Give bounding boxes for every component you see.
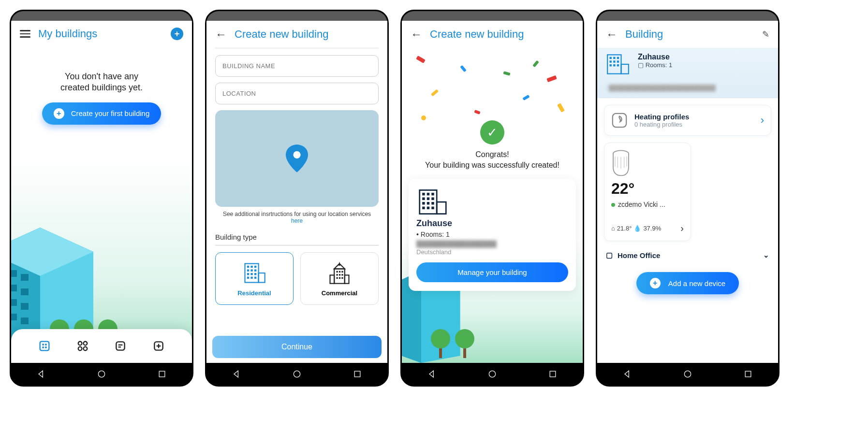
svg-rect-43 [250, 273, 252, 275]
svg-rect-67 [427, 193, 429, 195]
status-bar [11, 11, 192, 21]
svg-rect-12 [21, 303, 29, 310]
add-device-label: Add a new device [668, 279, 725, 288]
congrats-subtitle: Your building was successfully created! [402, 160, 583, 171]
nav-recent-icon[interactable] [548, 369, 558, 379]
building-rooms: ▢ Rooms: 1 [638, 61, 672, 69]
svg-point-24 [83, 347, 87, 351]
create-first-building-label: Create your first building [71, 109, 150, 117]
residential-icon [242, 260, 267, 286]
heating-profiles-count: 0 heating profiles [634, 121, 689, 128]
svg-rect-19 [43, 346, 44, 348]
nav-back-icon[interactable] [36, 369, 46, 379]
plus-icon: + [650, 278, 661, 288]
menu-icon[interactable] [20, 30, 30, 38]
nav-recent-icon[interactable] [353, 369, 362, 379]
tab-list-icon[interactable] [112, 338, 129, 354]
page-title: Building [625, 28, 754, 41]
nav-back-icon[interactable] [232, 369, 241, 379]
svg-rect-25 [117, 342, 125, 350]
android-nav-bar [402, 363, 583, 385]
location-input[interactable] [215, 83, 379, 104]
svg-point-100 [684, 371, 691, 377]
phone-4: ← Building ✎ Zuhause ▢ Rooms: 1 ◦ ██████… [596, 10, 780, 387]
back-button[interactable]: ← [606, 28, 618, 41]
app-header: ← Building ✎ [597, 21, 778, 48]
building-country: Deutschland [416, 248, 568, 256]
nav-home-icon[interactable] [97, 369, 106, 379]
screen-building-created: ← Create new building ✓ Congrats! Your b… [402, 21, 583, 363]
back-button[interactable]: ← [411, 28, 422, 41]
svg-rect-101 [745, 371, 751, 377]
svg-rect-56 [337, 274, 338, 275]
building-card: Zuhause • Rooms: 1 ██████████████████ De… [409, 179, 576, 291]
svg-rect-69 [422, 198, 425, 200]
building-name: Zuhause [638, 53, 672, 61]
svg-rect-65 [437, 202, 446, 214]
thermostat-icon [611, 150, 631, 177]
svg-rect-39 [247, 269, 249, 271]
add-building-button[interactable]: + [171, 28, 183, 40]
home-stat-icon: ⌂ [611, 225, 615, 232]
svg-rect-60 [339, 277, 340, 279]
location-hint: See additional insrtructions for using o… [215, 211, 379, 224]
hint-text: See additional insrtructions for using o… [223, 211, 371, 217]
back-button[interactable]: ← [215, 28, 227, 41]
device-card[interactable]: 22° zcdemo Vicki ... ⌂21.8° 💧37.9% › [604, 143, 691, 241]
nav-back-icon[interactable] [427, 369, 437, 379]
svg-rect-46 [250, 277, 252, 279]
building-name-input[interactable] [215, 55, 379, 77]
screen-building-detail: ← Building ✎ Zuhause ▢ Rooms: 1 ◦ ██████… [597, 21, 778, 363]
add-device-button[interactable]: + Add a new device [636, 272, 739, 294]
tab-grid-icon[interactable] [74, 338, 91, 354]
nav-recent-icon[interactable] [743, 369, 753, 379]
type-commercial-card[interactable]: Commercial [300, 252, 379, 305]
nav-home-icon[interactable] [292, 369, 302, 379]
tab-add-icon[interactable] [150, 338, 167, 354]
android-nav-bar [597, 363, 778, 385]
room-name: Home Office [618, 251, 660, 259]
screen-my-buildings: My buildings + You don't have any create… [11, 21, 192, 363]
app-header: ← Create new building [402, 21, 583, 48]
svg-rect-86 [617, 57, 619, 59]
map-placeholder[interactable] [215, 110, 379, 207]
svg-rect-47 [254, 277, 256, 279]
app-header: ← Create new building [206, 21, 387, 48]
drop-stat-icon: 💧 [633, 225, 641, 232]
manage-building-button[interactable]: Manage your building [416, 262, 568, 282]
success-check-icon: ✓ [480, 120, 504, 144]
stat-temp: 21.8° [617, 225, 632, 232]
nav-recent-icon[interactable] [157, 369, 167, 379]
building-summary: Zuhause ▢ Rooms: 1 ◦ ███████████████████… [597, 48, 778, 98]
heating-profiles-title: Heating profiles [634, 113, 689, 121]
svg-rect-37 [250, 266, 252, 268]
heating-profiles-card[interactable]: Heating profiles 0 heating profiles › [604, 105, 771, 136]
nav-back-icon[interactable] [622, 369, 632, 379]
chevron-down-icon: ⌄ [763, 251, 769, 259]
android-nav-bar [11, 363, 192, 385]
divider [215, 48, 379, 48]
svg-rect-61 [341, 277, 343, 279]
create-first-building-button[interactable]: + Create your first building [42, 102, 162, 125]
svg-rect-55 [341, 271, 343, 273]
type-residential-card[interactable]: Residential [215, 252, 294, 305]
svg-point-23 [78, 347, 82, 351]
nav-home-icon[interactable] [683, 369, 692, 379]
hint-link[interactable]: here [215, 217, 379, 224]
tab-buildings-icon[interactable] [36, 338, 53, 354]
bottom-tab-bar [11, 329, 192, 363]
svg-point-80 [489, 371, 495, 377]
form-area: See additional insrtructions for using o… [206, 55, 387, 336]
svg-rect-8 [11, 285, 17, 291]
svg-point-31 [98, 371, 104, 377]
nav-home-icon[interactable] [487, 369, 497, 379]
svg-rect-5 [11, 270, 17, 277]
svg-point-22 [83, 342, 87, 346]
svg-rect-73 [427, 202, 429, 204]
svg-rect-35 [259, 273, 265, 283]
room-row[interactable]: ▢ Home Office ⌄ [606, 251, 769, 259]
continue-button[interactable]: Continue [212, 336, 382, 358]
status-bar [597, 11, 778, 21]
edit-button[interactable]: ✎ [762, 29, 769, 40]
phone-2: ← Create new building See additional ins… [205, 10, 389, 387]
